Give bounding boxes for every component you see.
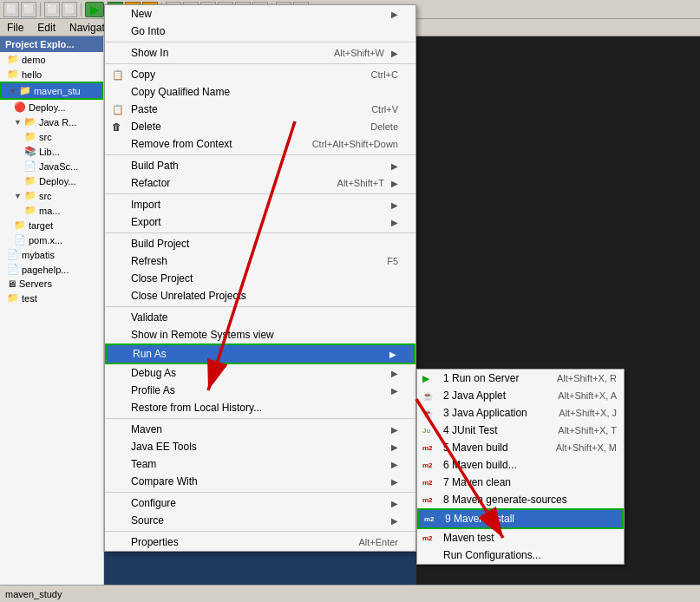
submenu-arrow-icon: ▶: [391, 161, 398, 171]
tree-item-deploy[interactable]: 🔴 Deploy...: [0, 100, 103, 115]
submenu-arrow-icon: ▶: [391, 218, 398, 227]
toolbar-btn-4[interactable]: ⬜: [62, 2, 77, 17]
sub-label: 8 Maven generate-sources: [443, 494, 567, 506]
ctx-restore-history[interactable]: Restore from Local History...: [105, 399, 415, 416]
ctx-compare-with[interactable]: Compare With ▶: [105, 473, 415, 490]
ctx-validate[interactable]: Validate: [105, 309, 415, 326]
submenu-arrow-icon: ▶: [391, 425, 398, 435]
ctx-export[interactable]: Export ▶: [105, 213, 415, 231]
sub-shortcut: Alt+Shift+X, M: [556, 442, 617, 453]
tree-item-pagehelp[interactable]: 📄 pagehelp...: [0, 262, 103, 277]
tree-label: demo: [22, 55, 46, 65]
submenu-arrow-icon: ▶: [391, 179, 398, 188]
delete-icon: 🗑: [112, 121, 121, 132]
ctx-label: Maven: [131, 423, 162, 435]
tree-item-servers[interactable]: 🖥 Servers: [0, 277, 103, 291]
ctx-new[interactable]: New ▶: [105, 5, 415, 23]
submenu-run-as: ▶ 1 Run on Server Alt+Shift+X, R ☕ 2 Jav…: [416, 369, 625, 565]
tree-item-src[interactable]: 📁 src: [0, 129, 103, 144]
menu-file[interactable]: File: [0, 19, 30, 36]
ctx-team[interactable]: Team ▶: [105, 455, 415, 473]
sub-shortcut: Alt+Shift+X, A: [558, 390, 617, 401]
submenu-maven-build[interactable]: m2 5 Maven build Alt+Shift+X, M: [417, 439, 624, 456]
tree-label: maven_stu: [34, 86, 81, 96]
ctx-properties[interactable]: Properties Alt+Enter: [105, 533, 415, 551]
submenu-java-applet[interactable]: ☕ 2 Java Applet Alt+Shift+X, A: [417, 387, 624, 404]
ctx-import[interactable]: Import ▶: [105, 196, 415, 213]
ctx-show-in[interactable]: Show In Alt+Shift+W ▶: [105, 44, 415, 62]
ctx-java-ee-tools[interactable]: Java EE Tools ▶: [105, 438, 415, 455]
library-icon: 📚: [24, 146, 36, 157]
ctx-source[interactable]: Source ▶: [105, 512, 415, 529]
tree-item-hello[interactable]: 📁 hello: [0, 67, 103, 82]
tree-item-javascript[interactable]: 📄 JavaSc...: [0, 159, 103, 173]
submenu-run-configurations[interactable]: Run Configurations...: [417, 546, 624, 564]
tree-item-demo[interactable]: 📁 demo: [0, 52, 103, 67]
submenu-arrow-icon: ▶: [391, 49, 398, 58]
ctx-build-project[interactable]: Build Project: [105, 235, 415, 252]
ctx-delete[interactable]: 🗑 Delete Delete: [105, 118, 415, 135]
ctx-profile-as[interactable]: Profile As ▶: [105, 382, 415, 399]
toolbar-btn-2[interactable]: ⬜: [21, 2, 36, 17]
ctx-label: Build Project: [131, 238, 189, 250]
ctx-build-path[interactable]: Build Path ▶: [105, 157, 415, 174]
tree-label: JavaSc...: [39, 161, 78, 172]
tree-item-mybatis[interactable]: 📄 mybatis: [0, 247, 103, 262]
ctx-maven[interactable]: Maven ▶: [105, 421, 415, 438]
ctx-copy[interactable]: 📋 Copy Ctrl+C: [105, 66, 415, 83]
paste-icon: 📋: [112, 104, 124, 115]
toolbar-btn-1[interactable]: ⬜: [3, 2, 19, 17]
ctx-label: Refresh: [131, 255, 167, 267]
ctx-label: Close Project: [131, 272, 193, 285]
maven-icon: m2: [422, 496, 433, 504]
junit-icon: Ju: [422, 427, 430, 435]
submenu-run-on-server[interactable]: ▶ 1 Run on Server Alt+Shift+X, R: [417, 370, 624, 387]
play-icon: ▶: [90, 3, 100, 16]
ctx-label: Refactor: [131, 177, 170, 189]
ctx-shortcut: Ctrl+V: [371, 104, 398, 115]
ctx-run-as[interactable]: Run As ▶: [105, 344, 415, 364]
ctx-paste[interactable]: 📋 Paste Ctrl+V: [105, 101, 415, 118]
ctx-refactor[interactable]: Refactor Alt+Shift+T ▶: [105, 174, 415, 192]
tree-item-deploy2[interactable]: 📁 Deploy...: [0, 173, 103, 188]
tree-item-target[interactable]: 📁 target: [0, 218, 103, 232]
ctx-close-project[interactable]: Close Project: [105, 270, 415, 287]
menu-edit[interactable]: Edit: [30, 19, 62, 36]
tree-item-lib[interactable]: 📚 Lib...: [0, 144, 103, 159]
submenu-maven-build2[interactable]: m2 6 Maven build...: [417, 456, 624, 474]
sub-label: 4 JUnit Test: [443, 424, 497, 436]
ctx-refresh[interactable]: Refresh F5: [105, 252, 415, 270]
maven-icon: m2: [422, 534, 433, 542]
ctx-copy-qualified[interactable]: Copy Qualified Name: [105, 83, 415, 101]
tree-item-ma[interactable]: 📁 ma...: [0, 203, 103, 218]
ctx-debug-as[interactable]: Debug As ▶: [105, 364, 415, 382]
ctx-configure[interactable]: Configure ▶: [105, 494, 415, 512]
tree-label: target: [29, 220, 53, 231]
ctx-close-unrelated[interactable]: Close Unrelated Projects: [105, 287, 415, 304]
tree-label: mybatis: [22, 250, 55, 260]
ctx-go-into[interactable]: Go Into: [105, 23, 415, 40]
ctx-label: Import: [131, 199, 160, 211]
toolbar-btn-3[interactable]: ⬜: [44, 2, 60, 17]
run-button[interactable]: ▶: [85, 2, 104, 17]
ctx-shortcut: Alt+Enter: [358, 537, 398, 547]
tree-item-test[interactable]: 📁 test: [0, 291, 103, 305]
tree-item-src2[interactable]: ▼ 📁 src: [0, 188, 103, 203]
project-explorer-panel: Project Explo... 📁 demo 📁 hello ▼ 📁 mave…: [0, 36, 104, 602]
ctx-shortcut: Alt+Shift+T: [337, 178, 384, 188]
submenu-maven-clean[interactable]: m2 7 Maven clean: [417, 474, 624, 491]
submenu-maven-install[interactable]: m2 9 Maven install: [417, 508, 624, 529]
submenu-arrow-icon: ▶: [389, 350, 396, 359]
tree-item-maven-study[interactable]: ▼ 📁 maven_stu: [0, 82, 103, 100]
tree-item-java-r[interactable]: ▼ 📂 Java R...: [0, 115, 103, 129]
submenu-maven-generate[interactable]: m2 8 Maven generate-sources: [417, 491, 624, 508]
tree-item-pom[interactable]: 📄 pom.x...: [0, 232, 103, 247]
folder-icon: 📁: [19, 85, 31, 96]
ctx-sep: [105, 418, 415, 419]
submenu-junit-test[interactable]: Ju 4 JUnit Test Alt+Shift+X, T: [417, 422, 624, 439]
maven-icon: m2: [422, 479, 433, 487]
ctx-remove-context[interactable]: Remove from Context Ctrl+Alt+Shift+Down: [105, 135, 415, 153]
ctx-show-remote[interactable]: Show in Remote Systems view: [105, 326, 415, 344]
submenu-maven-test[interactable]: m2 Maven test: [417, 529, 624, 546]
submenu-java-application[interactable]: ☕ 3 Java Application Alt+Shift+X, J: [417, 404, 624, 422]
